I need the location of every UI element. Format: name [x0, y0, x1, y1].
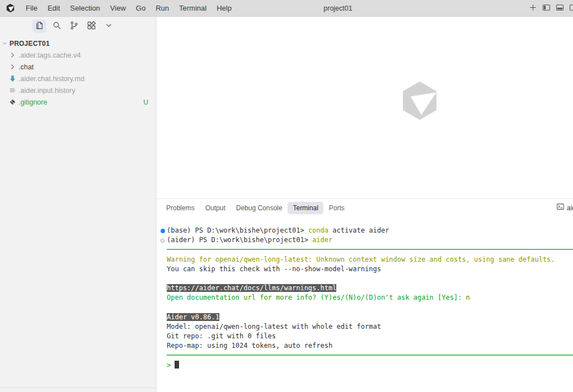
- terminal-line: (base) PS D:\work\bishe\project01> conda…: [167, 226, 573, 235]
- terminal-text-segment: Model: openai/qwen-long-latest with whol…: [167, 323, 381, 330]
- search-button[interactable]: [50, 20, 63, 33]
- markdown-file-icon: [8, 74, 17, 83]
- tab-problems[interactable]: Problems: [161, 202, 200, 214]
- terminal-cursor: [175, 361, 179, 369]
- bottom-panel: ProblemsOutputDebug ConsoleTerminalPorts…: [157, 199, 573, 392]
- source-control-button[interactable]: [67, 20, 81, 33]
- file-tree: PROJECT01.aider.tags.cache.v4.chat.aider…: [0, 36, 156, 108]
- terminal-hr-bar: [167, 355, 573, 356]
- new-tab-button[interactable]: [528, 4, 537, 13]
- terminal-text-segment: conda: [308, 226, 328, 234]
- terminal-hr-bar: [167, 249, 573, 250]
- titlebar-actions: [528, 0, 573, 17]
- sidebar: PROJECT01.aider.tags.cache.v4.chat.aider…: [0, 17, 157, 392]
- menu-file[interactable]: File: [21, 0, 43, 17]
- tree-item-aider-chat-history-md[interactable]: .aider.chat.history.md: [0, 73, 156, 84]
- tree-item-label: .aider.tags.cache.v4: [18, 51, 81, 59]
- titlebar: FileEditSelectionViewGoRunTerminalHelp p…: [0, 0, 573, 17]
- terminal-text-segment: >: [167, 361, 175, 369]
- extensions-icon: [87, 21, 96, 32]
- terminal-text-segment: Warning for openai/qwen-long-latest: Unk…: [167, 256, 555, 263]
- explorer-button[interactable]: [32, 20, 46, 33]
- search-icon: [52, 21, 62, 32]
- menubar: FileEditSelectionViewGoRunTerminalHelp: [21, 0, 237, 17]
- menu-selection[interactable]: Selection: [65, 0, 105, 17]
- layout-sidebar-left-icon: [542, 3, 551, 14]
- menu-run[interactable]: Run: [151, 0, 174, 17]
- sidebar-bottom-divider: [0, 388, 156, 388]
- chevron-down-button[interactable]: [102, 20, 115, 33]
- command-decoration-outline-icon: [161, 239, 165, 243]
- window-title: project01: [282, 4, 394, 12]
- tree-item-gitignore[interactable]: .gitignoreU: [0, 96, 156, 108]
- menu-go[interactable]: Go: [131, 0, 151, 17]
- chevron-down-icon: [2, 39, 8, 48]
- terminal-hr-line: [167, 245, 573, 254]
- terminal-instance-name: aider: [567, 204, 573, 212]
- toggle-panel-button[interactable]: [555, 4, 564, 13]
- menu-help[interactable]: Help: [212, 0, 237, 17]
- terminal-text-segment: (base) PS D:\work\bishe\project01>: [167, 226, 308, 234]
- command-decoration-icon: [161, 229, 165, 233]
- terminal-hr-line: [167, 351, 573, 360]
- tab-debug-console[interactable]: Debug Console: [231, 202, 288, 214]
- panel-tab-bar: ProblemsOutputDebug ConsoleTerminalPorts…: [157, 199, 573, 216]
- terminal-text-segment: Open documentation url for more info? (Y…: [167, 294, 470, 301]
- chevron-down-icon: [104, 21, 114, 32]
- layout-sidebar-right-icon: [569, 3, 573, 14]
- terminal-line: Open documentation url for more info? (Y…: [167, 293, 573, 303]
- terminal-line: Git repo: .git with 0 files: [167, 332, 573, 341]
- terminal-line: Model: openai/qwen-long-latest with whol…: [167, 322, 573, 332]
- tree-root-project01[interactable]: PROJECT01: [0, 37, 156, 49]
- app-cube-logo-icon: [6, 3, 15, 13]
- terminal-line: https://aider.chat/docs/llms/warnings.ht…: [167, 284, 573, 293]
- terminal-text-segment: aider: [312, 236, 332, 244]
- terminal-line: (aider) PS D:\work\bishe\project01> aide…: [167, 235, 573, 245]
- plus-icon: [529, 3, 537, 14]
- terminal-text-segment: Aider v0.86.1: [167, 313, 219, 321]
- explorer-icon: [35, 21, 44, 32]
- tab-ports[interactable]: Ports: [324, 202, 350, 214]
- terminal-line: [167, 274, 573, 284]
- terminal-line: Aider v0.86.1: [167, 313, 573, 322]
- tree-item-label: .aider.chat.history.md: [18, 75, 84, 83]
- terminal[interactable]: (base) PS D:\work\bishe\project01> conda…: [157, 216, 573, 370]
- terminal-line: [167, 303, 573, 313]
- chevron-right-icon: [8, 51, 17, 60]
- git-file-icon: [8, 98, 17, 107]
- toggle-secondary-sidebar-button[interactable]: [569, 4, 573, 13]
- menu-edit[interactable]: Edit: [43, 0, 65, 17]
- terminal-line: You can skip this check with --no-show-m…: [167, 265, 573, 274]
- tab-terminal[interactable]: Terminal: [288, 202, 323, 214]
- layout-panel-icon: [556, 3, 564, 14]
- terminal-text-segment: activate aider: [328, 226, 389, 234]
- terminal-text-segment: You can skip this check with --no-show-m…: [167, 265, 381, 273]
- terminal-line: Repo-map: using 1024 tokens, auto refres…: [167, 341, 573, 351]
- tree-item-chat[interactable]: .chat: [0, 61, 156, 73]
- sidebar-toolbar: [0, 17, 156, 36]
- terminal-text-segment: https://aider.chat/docs/llms/warnings.ht…: [167, 284, 336, 292]
- editor-area: [157, 17, 573, 199]
- menu-terminal[interactable]: Terminal: [174, 0, 212, 17]
- extensions-button[interactable]: [84, 20, 98, 33]
- toggle-primary-sidebar-button[interactable]: [542, 4, 551, 13]
- terminal-instance-item[interactable]: aider: [556, 199, 573, 216]
- tree-item-aider-tags-cache-v4[interactable]: .aider.tags.cache.v4: [0, 49, 156, 61]
- terminal-text-segment: Repo-map: using 1024 tokens, auto refres…: [167, 342, 332, 350]
- editor-watermark-cube-icon: [398, 79, 441, 124]
- terminal-text-segment: (aider) PS D:\work\bishe\project01>: [167, 236, 312, 244]
- tree-item-aider-input-history[interactable]: .aider.input.history: [0, 84, 156, 96]
- terminal-text-segment: Git repo: .git with 0 files: [167, 332, 276, 340]
- terminal-icon: [556, 202, 565, 213]
- tree-root-label: PROJECT01: [10, 40, 50, 48]
- source-control-icon: [69, 21, 79, 32]
- git-status-badge: U: [143, 98, 148, 106]
- menu-view[interactable]: View: [105, 0, 131, 17]
- tree-item-label: .gitignore: [18, 98, 47, 106]
- tree-item-label: .aider.input.history: [18, 87, 75, 95]
- terminal-line: >: [167, 361, 573, 370]
- history-file-icon: [8, 86, 17, 95]
- tree-item-label: .chat: [18, 63, 34, 71]
- tab-output[interactable]: Output: [200, 202, 231, 214]
- terminal-line: Warning for openai/qwen-long-latest: Unk…: [167, 255, 573, 265]
